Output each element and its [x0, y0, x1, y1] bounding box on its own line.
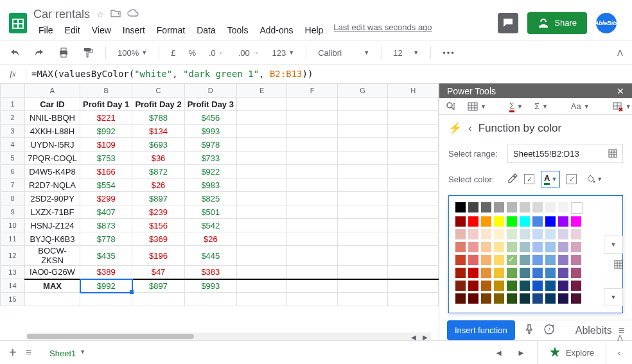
cell[interactable]	[287, 293, 337, 306]
cell[interactable]: $299	[80, 192, 132, 205]
cell[interactable]	[237, 232, 287, 246]
cell[interactable]	[337, 192, 388, 205]
cell[interactable]: $134	[132, 125, 184, 138]
back-icon[interactable]: ‹	[468, 122, 472, 135]
color-swatch[interactable]	[455, 242, 466, 252]
insert-function-button[interactable]: Insert function	[447, 320, 515, 340]
cell[interactable]	[337, 98, 388, 111]
fill-color-dropdown[interactable]: ▼	[583, 172, 606, 186]
cell[interactable]: $873	[80, 219, 132, 232]
color-swatch[interactable]	[481, 268, 491, 278]
cell[interactable]	[237, 293, 287, 306]
bolt-icon[interactable]: ⚡	[448, 121, 462, 135]
color-swatch[interactable]	[532, 202, 543, 212]
cell[interactable]	[337, 111, 388, 125]
row-header[interactable]: 10	[1, 219, 25, 232]
cell[interactable]: 4XKH-L88H	[24, 125, 80, 138]
color-swatch[interactable]	[558, 281, 568, 291]
cell[interactable]	[237, 165, 287, 178]
cell[interactable]: $26	[132, 178, 184, 192]
cell[interactable]	[287, 232, 337, 246]
cell[interactable]: $501	[184, 205, 236, 219]
move-icon[interactable]	[110, 9, 121, 20]
menu-format[interactable]: Format	[152, 22, 190, 38]
cell[interactable]	[388, 98, 439, 111]
menu-view[interactable]: View	[87, 22, 116, 38]
cell[interactable]: MAX	[24, 279, 80, 293]
cell[interactable]: $733	[184, 152, 236, 165]
formula-input[interactable]: =MAX(valuesByColor("white", "dark green …	[26, 66, 318, 82]
cell[interactable]: $542	[184, 219, 236, 232]
cell[interactable]	[337, 125, 388, 138]
option-dropdown-2[interactable]: ▼	[604, 288, 623, 306]
cloud-icon[interactable]	[127, 9, 139, 20]
select-range-icon[interactable]	[608, 149, 617, 158]
color-swatch[interactable]	[494, 229, 504, 239]
sheet-tab[interactable]: Sheet1▼	[40, 342, 94, 363]
cell[interactable]	[337, 266, 388, 279]
color-swatch[interactable]	[494, 268, 504, 278]
cell[interactable]	[388, 192, 439, 205]
cell[interactable]	[287, 246, 337, 266]
spreadsheet-grid[interactable]: ABCDEFGH1Car IDProfit Day 1Profit Day 2P…	[0, 83, 439, 340]
cell[interactable]	[237, 125, 287, 138]
zoom-dropdown[interactable]: 100% ▼	[114, 46, 151, 60]
cell[interactable]: $693	[132, 138, 184, 152]
cell[interactable]: 2SD2-90PY	[24, 192, 80, 205]
increase-decimal-button[interactable]: .00→	[234, 46, 263, 60]
color-swatch[interactable]	[571, 216, 581, 227]
cell[interactable]: $369	[132, 232, 184, 246]
color-swatch[interactable]	[468, 281, 478, 291]
color-swatch[interactable]	[481, 229, 491, 239]
cell[interactable]: Profit Day 3	[184, 98, 236, 111]
cell[interactable]	[337, 178, 388, 192]
cell[interactable]: Profit Day 1	[80, 98, 132, 111]
color-swatch[interactable]	[494, 293, 504, 304]
cell[interactable]	[237, 138, 287, 152]
collapse-sidebar-button[interactable]: ‹	[606, 341, 632, 364]
cell[interactable]	[337, 152, 388, 165]
color-swatch[interactable]	[545, 268, 556, 278]
number-format-dropdown[interactable]: 123 ▼	[268, 46, 299, 60]
column-header[interactable]: C	[132, 84, 184, 98]
cell[interactable]	[287, 192, 337, 205]
cell[interactable]	[337, 138, 388, 152]
cell[interactable]: $992	[80, 125, 132, 138]
star-icon[interactable]: ☆	[96, 10, 104, 19]
horizontal-scrollbar[interactable]: ◄►	[26, 333, 431, 340]
sigma-tool-dropdown[interactable]: Σ▼	[534, 101, 548, 111]
color-swatch[interactable]	[571, 242, 581, 252]
collapse-icon[interactable]: ᐱ	[617, 333, 623, 343]
cell[interactable]	[337, 232, 388, 246]
color-swatch[interactable]	[558, 242, 568, 252]
cell[interactable]: $221	[80, 111, 132, 125]
color-swatch[interactable]	[507, 281, 517, 291]
color-swatch[interactable]	[545, 242, 556, 252]
color-swatch[interactable]	[532, 242, 543, 252]
font-color-checkbox[interactable]: ✓	[566, 174, 577, 184]
fx-label[interactable]: fx	[0, 66, 26, 82]
color-swatch[interactable]	[545, 255, 556, 265]
cell[interactable]: $435	[80, 246, 132, 266]
color-swatch[interactable]	[455, 293, 466, 304]
color-swatch[interactable]	[455, 202, 466, 212]
color-swatch[interactable]	[455, 268, 466, 278]
cell[interactable]: D4W5-K4P8	[24, 165, 80, 178]
cell[interactable]: $788	[132, 111, 184, 125]
more-tools-button[interactable]: •••	[439, 46, 459, 60]
cell[interactable]	[287, 279, 337, 293]
color-swatch[interactable]	[558, 202, 568, 212]
color-swatch[interactable]	[481, 281, 491, 291]
color-swatch[interactable]	[494, 281, 504, 291]
cell[interactable]	[287, 165, 337, 178]
eyedropper-icon[interactable]	[507, 173, 518, 186]
row-header[interactable]: 3	[1, 125, 25, 138]
cell[interactable]	[237, 152, 287, 165]
table-tool-dropdown[interactable]: ▼	[468, 101, 486, 112]
cell[interactable]: NNIL-BBQH	[24, 111, 80, 125]
cell[interactable]: Car ID	[24, 98, 80, 111]
paint-format-button[interactable]	[78, 44, 98, 61]
color-swatch[interactable]	[507, 242, 517, 252]
column-header[interactable]: E	[237, 84, 287, 98]
search-tool-icon[interactable]	[446, 101, 456, 112]
